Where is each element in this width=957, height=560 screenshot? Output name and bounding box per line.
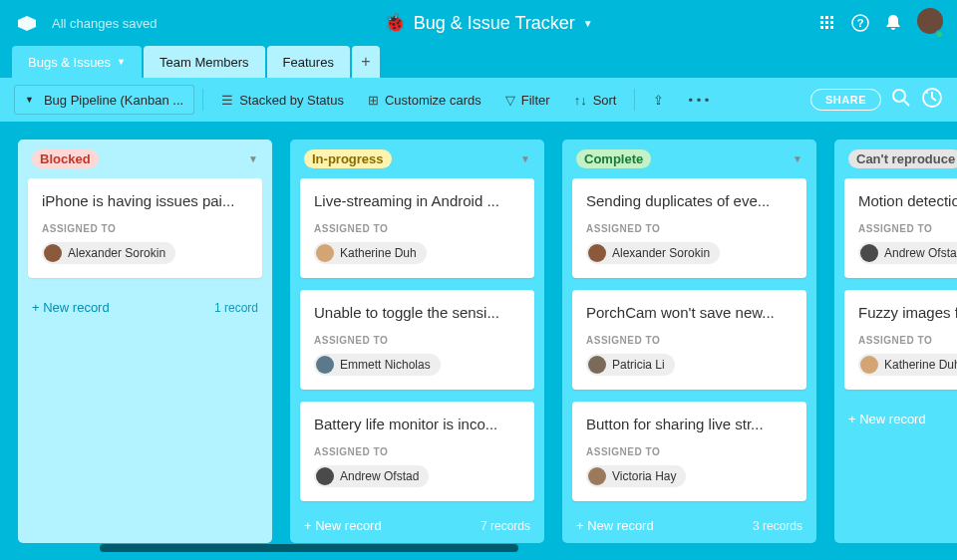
kanban-card[interactable]: Battery life monitor is inco...ASSIGNED … — [300, 402, 534, 501]
history-icon[interactable] — [921, 87, 943, 114]
column-menu-button[interactable]: ▼ — [248, 153, 258, 164]
title-dropdown-icon[interactable]: ▼ — [583, 18, 593, 29]
horizontal-scrollbar[interactable] — [100, 544, 518, 552]
sort-button[interactable]: ↑↓Sort — [564, 85, 627, 115]
apps-icon[interactable] — [819, 15, 835, 31]
column-cards: Sending duplicates of eve...ASSIGNED TOA… — [562, 178, 816, 508]
help-icon[interactable]: ? — [851, 14, 869, 32]
search-icon[interactable] — [891, 88, 911, 113]
filter-icon: ▽ — [505, 93, 515, 108]
stacked-by-button[interactable]: ☰Stacked by Status — [211, 85, 354, 115]
assignee-name: Andrew Ofstad — [884, 246, 957, 260]
assignee-name: Alexander Sorokin — [612, 246, 710, 260]
svg-point-11 — [893, 90, 905, 102]
column-menu-button[interactable]: ▼ — [520, 153, 530, 164]
record-count: 1 record — [214, 301, 258, 315]
avatar-icon — [316, 356, 334, 374]
assignee-name: Andrew Ofstad — [340, 469, 419, 483]
kanban-card[interactable]: Live-streaming in Android ...ASSIGNED TO… — [300, 178, 534, 278]
view-toolbar: ▼ Bug Pipeline (Kanban ... ☰Stacked by S… — [0, 78, 957, 122]
save-status: All changes saved — [52, 16, 158, 31]
avatar-icon — [316, 244, 334, 262]
svg-line-12 — [904, 101, 909, 106]
cards-icon: ⊞ — [368, 93, 379, 108]
svg-rect-3 — [820, 21, 823, 24]
assigned-to-label: ASSIGNED TO — [586, 446, 793, 457]
view-selector[interactable]: ▼ Bug Pipeline (Kanban ... — [14, 85, 194, 115]
column-title: Blocked — [32, 149, 99, 168]
avatar-icon — [44, 244, 62, 262]
kanban-card[interactable]: Button for sharing live str...ASSIGNED T… — [572, 402, 806, 501]
kanban-column: In-progress▼Live-streaming in Android ..… — [290, 140, 544, 543]
assignee-chip[interactable]: Andrew Ofstad — [314, 465, 429, 487]
new-record-button[interactable]: + New record — [576, 518, 654, 533]
svg-text:?: ? — [857, 17, 864, 29]
more-button[interactable]: • • • — [678, 85, 719, 115]
record-count: 7 records — [480, 519, 530, 533]
avatar-icon — [316, 467, 334, 485]
assigned-to-label: ASSIGNED TO — [586, 335, 793, 346]
new-record-button[interactable]: + New record — [304, 518, 382, 533]
avatar-icon — [588, 467, 606, 485]
column-header: Can't reproduce▼ — [834, 140, 957, 178]
chevron-down-icon: ▼ — [117, 57, 126, 67]
add-table-button[interactable]: + — [352, 46, 380, 78]
customize-cards-button[interactable]: ⊞Customize cards — [358, 85, 491, 115]
tab-features[interactable]: Features — [267, 46, 350, 78]
card-title: iPhone is having issues pai... — [42, 192, 248, 209]
column-cards: Live-streaming in Android ...ASSIGNED TO… — [290, 178, 544, 508]
card-title: Fuzzy images fro — [858, 304, 957, 321]
share-button[interactable]: SHARE — [810, 89, 881, 111]
new-record-button[interactable]: + New record — [32, 300, 110, 315]
column-footer: + New record3 records — [562, 508, 816, 543]
assignee-name: Emmett Nicholas — [340, 358, 431, 372]
svg-rect-5 — [830, 21, 833, 24]
assignee-name: Patricia Li — [612, 358, 665, 372]
assignee-name: Alexander Sorokin — [68, 246, 165, 260]
kanban-column: Complete▼Sending duplicates of eve...ASS… — [562, 140, 816, 543]
assigned-to-label: ASSIGNED TO — [42, 223, 248, 234]
card-title: PorchCam won't save new... — [586, 304, 793, 321]
new-record-button[interactable]: + New record — [848, 412, 926, 426]
kanban-card[interactable]: PorchCam won't save new...ASSIGNED TOPat… — [572, 290, 806, 390]
column-header: Blocked▼ — [18, 140, 272, 178]
notifications-icon[interactable] — [885, 14, 901, 32]
app-logo-icon[interactable] — [14, 13, 40, 33]
assignee-chip[interactable]: Emmett Nicholas — [314, 354, 441, 376]
tab-team-members[interactable]: Team Members — [144, 46, 265, 78]
assignee-chip[interactable]: Victoria Hay — [586, 465, 686, 487]
base-title[interactable]: Bug & Issue Tracker — [414, 13, 575, 34]
assignee-name: Katherine Duh — [884, 358, 957, 372]
svg-rect-8 — [830, 26, 833, 29]
card-title: Sending duplicates of eve... — [586, 192, 793, 209]
kanban-card[interactable]: iPhone is having issues pai...ASSIGNED T… — [28, 178, 262, 278]
kanban-card[interactable]: Motion detectionASSIGNED TOAndrew Ofstad — [844, 178, 957, 278]
assigned-to-label: ASSIGNED TO — [314, 446, 520, 457]
column-menu-button[interactable]: ▼ — [793, 153, 802, 164]
column-title: Can't reproduce — [848, 149, 957, 168]
kanban-board: Blocked▼iPhone is having issues pai...AS… — [0, 122, 957, 560]
card-title: Live-streaming in Android ... — [314, 192, 520, 209]
assignee-chip[interactable]: Patricia Li — [586, 354, 675, 376]
assignee-chip[interactable]: Andrew Ofstad — [858, 242, 957, 264]
kanban-card[interactable]: Sending duplicates of eve...ASSIGNED TOA… — [572, 178, 806, 278]
assignee-chip[interactable]: Katherine Duh — [858, 354, 957, 376]
filter-button[interactable]: ▽Filter — [495, 85, 560, 115]
user-avatar[interactable] — [917, 8, 943, 38]
assignee-chip[interactable]: Alexander Sorokin — [42, 242, 175, 264]
kanban-card[interactable]: Fuzzy images froASSIGNED TOKatherine Duh — [844, 290, 957, 390]
export-icon: ⇪ — [653, 93, 664, 108]
kanban-card[interactable]: Unable to toggle the sensi...ASSIGNED TO… — [300, 290, 534, 390]
table-tabs: Bugs & Issues▼ Team Members Features + — [0, 46, 957, 78]
topbar: All changes saved 🐞 Bug & Issue Tracker … — [0, 0, 957, 46]
record-count: 3 records — [753, 519, 802, 533]
assignee-chip[interactable]: Katherine Duh — [314, 242, 427, 264]
tab-bugs-issues[interactable]: Bugs & Issues▼ — [12, 46, 142, 78]
column-cards: iPhone is having issues pai...ASSIGNED T… — [18, 178, 272, 290]
assignee-chip[interactable]: Alexander Sorokin — [586, 242, 720, 264]
svg-rect-0 — [820, 16, 823, 19]
share-view-button[interactable]: ⇪ — [643, 85, 674, 115]
assignee-name: Victoria Hay — [612, 469, 676, 483]
avatar-icon — [588, 356, 606, 374]
svg-rect-2 — [830, 16, 833, 19]
